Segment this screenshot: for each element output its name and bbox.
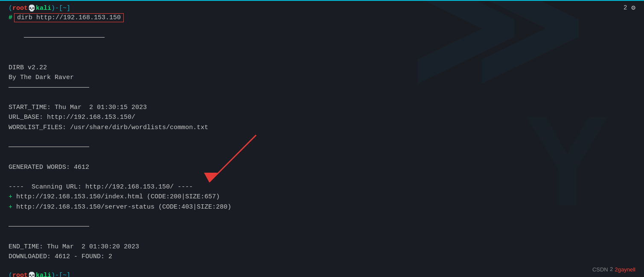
prompt2-host: kali [36, 272, 51, 277]
output-blank-2 [9, 93, 635, 103]
output-blank-6 [9, 212, 635, 222]
separator-4: ───────────────────── [9, 222, 635, 232]
output-url-base: URL_BASE: http://192.168.153.150/ [9, 112, 635, 122]
prompt2-skull: 💀 [28, 271, 36, 277]
output-blank-4 [9, 152, 635, 162]
scanning-section: ---- Scanning URL: http://192.168.153.15… [9, 182, 635, 192]
prompt-line-2: (root💀kali)-[~] [9, 271, 635, 277]
prompt-skull: 💀 [28, 4, 36, 12]
output-blank-7 [9, 232, 635, 242]
separator-1: ───────────────────── [9, 23, 635, 53]
output-blank-3 [9, 133, 635, 142]
output-scanning-url: ---- Scanning URL: http://192.168.153.15… [9, 182, 635, 192]
prompt-bracket-close: ) [51, 5, 55, 12]
prompt2-bracket-open: ( [9, 272, 12, 277]
prompt2-root: root [12, 272, 28, 277]
prompt2-dir: -[~] [55, 272, 70, 277]
output-dirb-version: DIRB v2.22 [9, 63, 635, 73]
output-generated-words: GENERATED WORDS: 4612 [9, 162, 635, 172]
command-line: # dirb http://192.168.153.150 [9, 13, 635, 22]
prompt-line-1: (root💀kali)-[~] [9, 4, 635, 12]
prompt-host: kali [36, 5, 51, 12]
output-dirb-author: By The Dark Raver [9, 73, 635, 83]
output-blank-5 [9, 172, 635, 182]
terminal-container: (root💀kali)-[~] # dirb http://192.168.15… [0, 0, 644, 277]
output-blank-8 [9, 262, 635, 271]
output-wordlist: WORDLIST_FILES: /usr/share/dirb/wordlist… [9, 123, 635, 133]
output-found-server-status: + http://192.168.153.150/server-status (… [9, 202, 635, 212]
output-end-time: END_TIME: Thu Mar 2 01:30:20 2023 [9, 242, 635, 252]
command-box: dirb http://192.168.153.150 [14, 13, 124, 22]
separator-3: ───────────────────── [9, 142, 635, 152]
command-text: dirb http://192.168.153.150 [17, 14, 121, 21]
output-start-time: START_TIME: Thu Mar 2 01:30:15 2023 [9, 103, 635, 112]
prompt-bracket-open: ( [9, 5, 12, 12]
separator-2: ───────────────────── [9, 83, 635, 93]
prompt-hash: # [9, 14, 12, 21]
prompt-root: root [12, 5, 28, 12]
output-found-index: + http://192.168.153.150/index.html (COD… [9, 192, 635, 202]
prompt2-bracket-close: ) [51, 272, 55, 277]
prompt-dir: -[~] [55, 5, 70, 12]
output-downloaded: DOWNLOADED: 4612 - FOUND: 2 [9, 252, 635, 262]
output-blank-1 [9, 53, 635, 63]
